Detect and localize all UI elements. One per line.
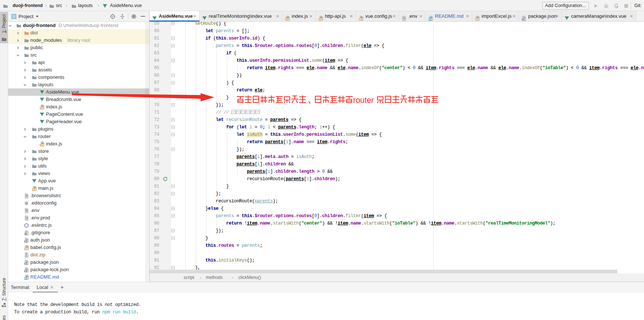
svg-text:JS: JS [359, 18, 362, 20]
svg-text:JS: JS [475, 18, 478, 20]
svg-text:{}: {} [24, 240, 27, 243]
svg-text:{}: {} [24, 262, 27, 265]
svg-text:{}: {} [24, 270, 27, 272]
svg-text:JS: JS [319, 18, 321, 20]
svg-text:JS: JS [24, 247, 27, 250]
svg-text:JS: JS [40, 144, 43, 146]
svg-text:MD: MD [428, 18, 432, 20]
svg-text:{}: {} [521, 18, 525, 21]
svg-text:JS: JS [285, 18, 288, 20]
svg-text:JS: JS [40, 107, 43, 109]
svg-text:MD: MD [24, 277, 27, 279]
svg-text:JS: JS [32, 188, 35, 191]
